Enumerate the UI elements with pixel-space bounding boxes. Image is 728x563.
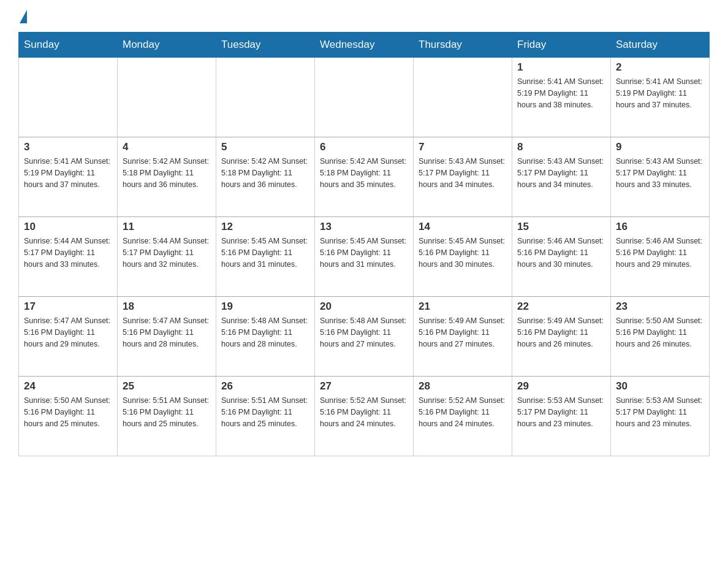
day-number: 5 [221,141,309,153]
calendar-cell: 30Sunrise: 5:53 AM Sunset: 5:17 PM Dayli… [611,377,710,456]
day-info: Sunrise: 5:45 AM Sunset: 5:16 PM Dayligh… [221,236,309,270]
weekday-header-thursday: Thursday [414,33,512,58]
day-number: 21 [419,301,507,313]
logo [18,12,27,20]
calendar-cell: 16Sunrise: 5:46 AM Sunset: 5:16 PM Dayli… [611,217,710,297]
calendar-week-1: 1Sunrise: 5:41 AM Sunset: 5:19 PM Daylig… [19,58,710,137]
calendar-cell: 13Sunrise: 5:45 AM Sunset: 5:16 PM Dayli… [315,217,414,297]
calendar-cell: 29Sunrise: 5:53 AM Sunset: 5:17 PM Dayli… [512,377,611,456]
calendar-cell: 27Sunrise: 5:52 AM Sunset: 5:16 PM Dayli… [315,377,414,456]
day-info: Sunrise: 5:53 AM Sunset: 5:17 PM Dayligh… [517,395,605,429]
calendar-cell: 12Sunrise: 5:45 AM Sunset: 5:16 PM Dayli… [216,217,315,297]
weekday-header-saturday: Saturday [611,33,710,58]
calendar-cell [315,58,414,137]
day-info: Sunrise: 5:44 AM Sunset: 5:17 PM Dayligh… [123,236,211,270]
calendar-cell [118,58,216,137]
day-number: 14 [419,221,507,233]
weekday-header-sunday: Sunday [19,33,118,58]
weekday-header-monday: Monday [118,33,216,58]
day-info: Sunrise: 5:41 AM Sunset: 5:19 PM Dayligh… [517,76,605,110]
calendar-cell: 1Sunrise: 5:41 AM Sunset: 5:19 PM Daylig… [512,58,611,137]
day-number: 2 [616,61,704,74]
day-info: Sunrise: 5:49 AM Sunset: 5:16 PM Dayligh… [517,315,605,350]
day-number: 20 [320,301,408,313]
day-info: Sunrise: 5:45 AM Sunset: 5:16 PM Dayligh… [419,236,507,270]
day-info: Sunrise: 5:52 AM Sunset: 5:16 PM Dayligh… [320,395,408,429]
page-header [18,12,710,20]
logo-triangle-icon [20,10,27,23]
day-number: 11 [123,221,211,233]
day-info: Sunrise: 5:42 AM Sunset: 5:18 PM Dayligh… [123,156,211,190]
day-number: 8 [517,141,605,153]
calendar-cell: 6Sunrise: 5:42 AM Sunset: 5:18 PM Daylig… [315,137,414,217]
weekday-header-wednesday: Wednesday [315,33,414,58]
calendar-cell [19,58,118,137]
day-number: 10 [24,221,112,233]
calendar-week-5: 24Sunrise: 5:50 AM Sunset: 5:16 PM Dayli… [19,377,710,456]
day-info: Sunrise: 5:43 AM Sunset: 5:17 PM Dayligh… [616,156,704,190]
day-info: Sunrise: 5:49 AM Sunset: 5:16 PM Dayligh… [419,315,507,350]
calendar-cell: 3Sunrise: 5:41 AM Sunset: 5:19 PM Daylig… [19,137,118,217]
day-info: Sunrise: 5:51 AM Sunset: 5:16 PM Dayligh… [123,395,211,429]
day-number: 3 [24,141,112,153]
day-number: 22 [517,301,605,313]
day-info: Sunrise: 5:44 AM Sunset: 5:17 PM Dayligh… [24,236,112,270]
weekday-header-tuesday: Tuesday [216,33,315,58]
day-info: Sunrise: 5:50 AM Sunset: 5:16 PM Dayligh… [616,315,704,350]
calendar-cell: 8Sunrise: 5:43 AM Sunset: 5:17 PM Daylig… [512,137,611,217]
day-info: Sunrise: 5:41 AM Sunset: 5:19 PM Dayligh… [616,76,704,110]
day-number: 17 [24,301,112,313]
day-number: 19 [221,301,309,313]
day-info: Sunrise: 5:52 AM Sunset: 5:16 PM Dayligh… [419,395,507,429]
calendar-cell: 14Sunrise: 5:45 AM Sunset: 5:16 PM Dayli… [414,217,512,297]
calendar-cell: 22Sunrise: 5:49 AM Sunset: 5:16 PM Dayli… [512,297,611,377]
day-number: 24 [24,380,112,393]
day-number: 9 [616,141,704,153]
calendar-cell [414,58,512,137]
day-info: Sunrise: 5:47 AM Sunset: 5:16 PM Dayligh… [24,315,112,350]
calendar-cell: 2Sunrise: 5:41 AM Sunset: 5:19 PM Daylig… [611,58,710,137]
day-number: 1 [517,61,605,74]
day-number: 27 [320,380,408,393]
day-number: 26 [221,380,309,393]
calendar-cell: 23Sunrise: 5:50 AM Sunset: 5:16 PM Dayli… [611,297,710,377]
day-info: Sunrise: 5:43 AM Sunset: 5:17 PM Dayligh… [517,156,605,190]
day-info: Sunrise: 5:42 AM Sunset: 5:18 PM Dayligh… [320,156,408,190]
calendar-cell: 21Sunrise: 5:49 AM Sunset: 5:16 PM Dayli… [414,297,512,377]
day-number: 7 [419,141,507,153]
day-number: 15 [517,221,605,233]
calendar-cell: 25Sunrise: 5:51 AM Sunset: 5:16 PM Dayli… [118,377,216,456]
day-info: Sunrise: 5:53 AM Sunset: 5:17 PM Dayligh… [616,395,704,429]
day-info: Sunrise: 5:41 AM Sunset: 5:19 PM Dayligh… [24,156,112,190]
logo-top [18,12,27,23]
day-number: 12 [221,221,309,233]
day-info: Sunrise: 5:46 AM Sunset: 5:16 PM Dayligh… [616,236,704,270]
day-number: 6 [320,141,408,153]
calendar-cell: 11Sunrise: 5:44 AM Sunset: 5:17 PM Dayli… [118,217,216,297]
weekday-header-friday: Friday [512,33,611,58]
day-info: Sunrise: 5:51 AM Sunset: 5:16 PM Dayligh… [221,395,309,429]
calendar-cell: 4Sunrise: 5:42 AM Sunset: 5:18 PM Daylig… [118,137,216,217]
day-number: 25 [123,380,211,393]
day-number: 28 [419,380,507,393]
calendar-cell: 15Sunrise: 5:46 AM Sunset: 5:16 PM Dayli… [512,217,611,297]
calendar-cell: 24Sunrise: 5:50 AM Sunset: 5:16 PM Dayli… [19,377,118,456]
calendar-week-4: 17Sunrise: 5:47 AM Sunset: 5:16 PM Dayli… [19,297,710,377]
calendar-cell: 17Sunrise: 5:47 AM Sunset: 5:16 PM Dayli… [19,297,118,377]
day-number: 16 [616,221,704,233]
calendar-cell: 10Sunrise: 5:44 AM Sunset: 5:17 PM Dayli… [19,217,118,297]
day-number: 13 [320,221,408,233]
day-info: Sunrise: 5:50 AM Sunset: 5:16 PM Dayligh… [24,395,112,429]
day-info: Sunrise: 5:42 AM Sunset: 5:18 PM Dayligh… [221,156,309,190]
calendar-cell: 28Sunrise: 5:52 AM Sunset: 5:16 PM Dayli… [414,377,512,456]
day-info: Sunrise: 5:48 AM Sunset: 5:16 PM Dayligh… [221,315,309,350]
day-number: 30 [616,380,704,393]
calendar-cell: 9Sunrise: 5:43 AM Sunset: 5:17 PM Daylig… [611,137,710,217]
calendar-cell: 18Sunrise: 5:47 AM Sunset: 5:16 PM Dayli… [118,297,216,377]
calendar-cell: 20Sunrise: 5:48 AM Sunset: 5:16 PM Dayli… [315,297,414,377]
calendar-table: SundayMondayTuesdayWednesdayThursdayFrid… [18,32,710,456]
day-info: Sunrise: 5:45 AM Sunset: 5:16 PM Dayligh… [320,236,408,270]
day-number: 4 [123,141,211,153]
calendar-cell: 26Sunrise: 5:51 AM Sunset: 5:16 PM Dayli… [216,377,315,456]
calendar-cell [216,58,315,137]
